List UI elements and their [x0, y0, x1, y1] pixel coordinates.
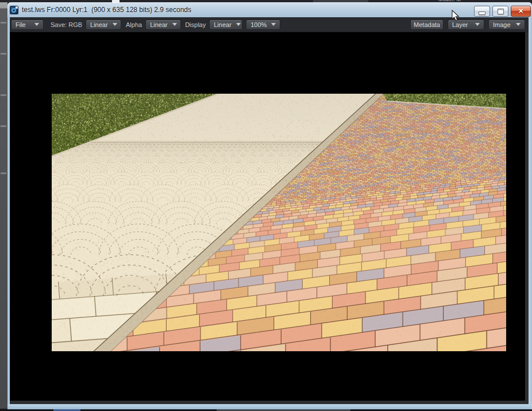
- file-menu-label: File: [16, 21, 26, 28]
- rgb-colorspace-dropdown[interactable]: Linear: [86, 20, 121, 30]
- alpha-label: Alpha: [126, 21, 142, 28]
- desktop: Model: M test.lws Fr:0000 Lyr:1 (900 x 6…: [0, 0, 532, 411]
- background-fragment: [1, 53, 6, 55]
- toolbar-right-group: Metadata Layer Image: [410, 20, 525, 30]
- rendered-image: [52, 94, 506, 351]
- zoom-level-value: 100%: [250, 21, 267, 28]
- window-client-area: File Save: RGB Linear Alpha Linear Displ…: [10, 17, 529, 404]
- app-icon: [10, 6, 18, 14]
- chevron-down-icon: [34, 23, 39, 26]
- image-dropdown[interactable]: Image: [488, 20, 525, 30]
- chevron-down-icon: [113, 23, 117, 26]
- background-fragment: [1, 22, 6, 24]
- app-icon-corner: [16, 6, 18, 9]
- chevron-down-icon: [516, 23, 521, 26]
- window-border-right: [529, 17, 532, 409]
- window-title: test.lws Fr:0000 Lyr:1 (900 x 635 128 bi…: [22, 6, 191, 14]
- minimize-button[interactable]: [474, 6, 490, 17]
- alpha-colorspace-dropdown[interactable]: Linear: [145, 20, 181, 30]
- alpha-colorspace-value: Linear: [150, 21, 168, 28]
- file-menu-button[interactable]: File: [11, 20, 44, 30]
- app-icon-swirl: [11, 8, 16, 13]
- save-rgb-label: Save: RGB: [51, 21, 82, 28]
- display-colorspace-value: Linear: [214, 21, 232, 28]
- display-colorspace-dropdown[interactable]: Linear: [209, 20, 242, 30]
- chevron-down-icon: [271, 23, 276, 26]
- background-fragment: [1, 125, 6, 127]
- window-border-bottom: [7, 404, 532, 409]
- metadata-label: Metadata: [414, 21, 440, 28]
- close-button[interactable]: ✕: [511, 6, 531, 17]
- rgb-colorspace-value: Linear: [90, 21, 108, 28]
- maximize-button[interactable]: [492, 6, 508, 17]
- image-label: Image: [493, 21, 511, 28]
- background-fragment: [1, 94, 6, 96]
- close-icon: ✕: [518, 8, 523, 14]
- chevron-down-icon: [236, 23, 241, 26]
- window-controls: ✕: [474, 6, 531, 17]
- background-window-edge: [0, 2, 7, 409]
- mouse-cursor: [452, 10, 461, 23]
- chevron-down-icon: [475, 23, 480, 26]
- image-viewport[interactable]: [10, 32, 525, 401]
- maximize-icon: [498, 9, 504, 14]
- toolbar: File Save: RGB Linear Alpha Linear Displ…: [10, 17, 529, 32]
- minimize-icon: [479, 11, 485, 15]
- metadata-button[interactable]: Metadata: [410, 20, 444, 30]
- zoom-dropdown[interactable]: 100%: [246, 20, 280, 30]
- chevron-down-icon: [172, 23, 177, 26]
- background-fragment: [1, 172, 6, 174]
- display-label: Display: [185, 21, 206, 28]
